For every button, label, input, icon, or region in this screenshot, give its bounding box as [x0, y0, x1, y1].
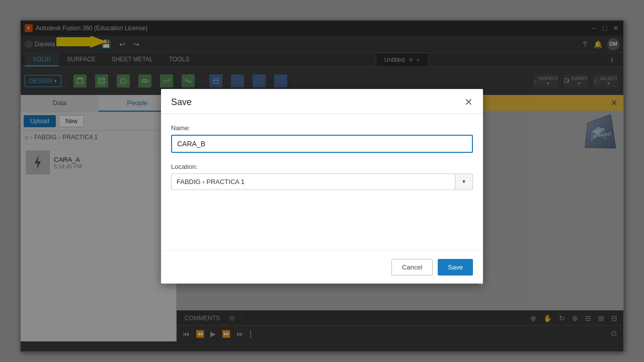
modal-header: Save ✕	[161, 89, 483, 114]
location-dropdown-button[interactable]: ▾	[455, 173, 473, 190]
app-window: F Autodesk Fusion 360 (Education License…	[20, 20, 624, 352]
dialog-spacer	[171, 200, 473, 240]
cancel-button[interactable]: Cancel	[391, 259, 433, 276]
location-form-group: Location: ▾	[171, 163, 473, 190]
name-form-group: Name:	[171, 124, 473, 153]
name-input[interactable]	[171, 135, 473, 153]
location-input[interactable]	[171, 173, 455, 190]
modal-title: Save	[171, 97, 192, 108]
dialog-resize-handle[interactable]	[478, 279, 483, 284]
location-label: Location:	[171, 163, 473, 170]
modal-close-button[interactable]: ✕	[464, 97, 473, 107]
name-label: Name:	[171, 124, 473, 132]
modal-footer: Cancel Save	[161, 250, 483, 284]
save-dialog-button[interactable]: Save	[438, 259, 473, 276]
svg-line-30	[482, 284, 483, 285]
modal-overlay: Save ✕ Name: Location: ▾	[21, 21, 623, 351]
save-dialog: Save ✕ Name: Location: ▾	[161, 89, 483, 284]
location-row: ▾	[171, 173, 473, 190]
modal-body: Name: Location: ▾	[161, 114, 483, 250]
